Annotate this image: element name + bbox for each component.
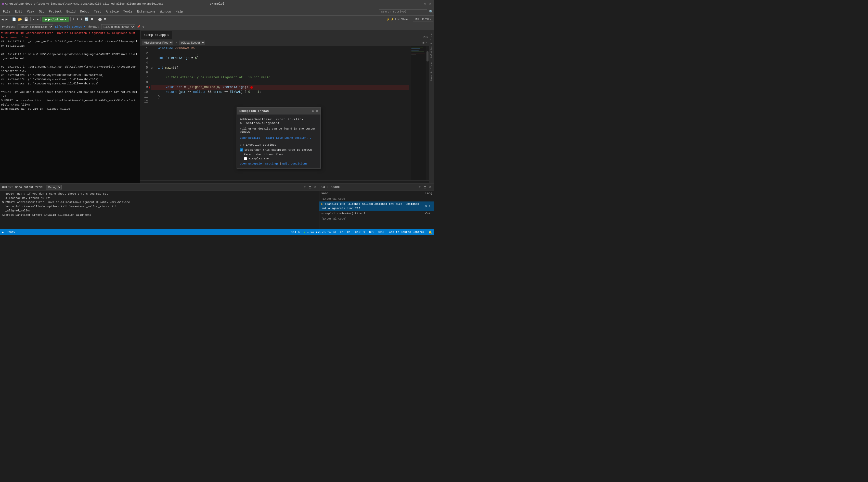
example1-exe-checkbox[interactable] — [244, 157, 247, 160]
search-box[interactable]: Search (Ctrl+Q) — [379, 9, 427, 14]
exception-close-button[interactable]: ✕ — [316, 109, 318, 113]
menu-debug[interactable]: Debug — [78, 9, 91, 14]
issues-text: ⚠ No issues found — [307, 231, 336, 234]
call-stack-panel-header: Call Stack ▾ ⬒ ✕ — [319, 184, 434, 191]
output-panel-content[interactable]: ==59984==HINT: if you don't care about t… — [0, 191, 319, 229]
live-share-button[interactable]: ⚡ ⚡ Live Share — [384, 17, 411, 22]
menu-build[interactable]: Build — [64, 9, 78, 14]
terminal-line — [1, 48, 139, 52]
breakpoint-indicator — [149, 86, 150, 89]
settings-icon[interactable]: ⚙ — [143, 25, 144, 28]
editor-toolbar-split[interactable]: ⬒ — [423, 41, 425, 44]
output-source-select[interactable]: Debug — [45, 185, 62, 189]
process-select[interactable]: [50984] example1.exe — [18, 24, 53, 29]
maximize-button[interactable]: □ — [423, 2, 427, 6]
team-explorer-sidebar[interactable]: Team Explorer — [430, 60, 434, 82]
code-line-9: void* ptr = _aligned_malloc(8,ExternalAl… — [151, 85, 409, 90]
call-stack-content[interactable]: Name Lang [External Code] ▶ example1.exe… — [319, 191, 434, 229]
menu-help[interactable]: Help — [174, 9, 185, 14]
call-stack-close-button[interactable]: ✕ — [428, 185, 432, 189]
row-lang: C++ — [424, 202, 434, 211]
scrollbar-thumb[interactable] — [427, 51, 429, 61]
zoom-level[interactable]: 111 % — [291, 231, 300, 234]
vertical-scrollbar[interactable] — [426, 46, 429, 180]
terminal-panel[interactable]: =59984==ERROR: AddressSanitizer: invalid… — [0, 30, 140, 183]
toolbar-undo[interactable]: ↩ — [32, 17, 35, 22]
menu-git[interactable]: Git — [37, 9, 46, 14]
menu-extensions[interactable]: Extensions — [135, 9, 158, 14]
menu-test[interactable]: Test — [92, 9, 103, 14]
table-row[interactable]: example1.exe!main() Line 9 C++ — [319, 211, 434, 216]
table-row[interactable]: [External Code] — [319, 196, 434, 202]
menu-file[interactable]: File — [1, 9, 12, 14]
search-icon[interactable]: 🔍 — [429, 10, 433, 14]
show-output-from-label: Show output from: — [15, 186, 43, 189]
menu-project[interactable]: Project — [47, 9, 64, 14]
exception-pin-button[interactable]: ⊞ — [312, 109, 314, 113]
output-minimize-button[interactable]: ▾ — [303, 185, 307, 189]
bottom-panels: Output Show output from: Debug ▾ ⬒ ✕ ==5… — [0, 183, 434, 229]
menu-analyze[interactable]: Analyze — [104, 9, 121, 14]
pin-icon[interactable]: 📌 — [137, 25, 141, 28]
code-line-6 — [151, 70, 409, 75]
code-area: 1 2 3 4 5 6 7 8 9 10 11 12 #include <Win… — [140, 46, 429, 180]
menu-tools[interactable]: Tools — [121, 9, 134, 14]
continue-dropdown-icon[interactable]: ▾ — [65, 18, 66, 21]
continue-button[interactable]: ▶ ▶ Continue ▾ — [42, 17, 69, 22]
editor-close-icon[interactable]: ✕ — [426, 35, 428, 39]
menu-window[interactable]: Window — [158, 9, 173, 14]
sep1 — [10, 17, 10, 22]
sep4 — [70, 17, 71, 22]
menu-view[interactable]: View — [25, 9, 36, 14]
tab-example1-cpp[interactable]: example1.cpp ✕ — [141, 31, 172, 39]
break-when-thrown-checkbox[interactable] — [240, 148, 243, 151]
toolbar-open[interactable]: 📂 — [18, 17, 23, 22]
breadcrumb-files-select[interactable]: Miscellaneous Files — [142, 40, 173, 44]
row-name: [External Code] — [319, 196, 424, 202]
debug-stop[interactable]: ⏹ — [90, 17, 94, 21]
editor-split-icon[interactable]: ⬒ — [424, 35, 426, 39]
terminal-line: #3 0x752bfa28 (C:\WINDOWS\System32\KERNE… — [1, 73, 139, 78]
open-exception-settings-link[interactable]: Open Exception Settings — [240, 162, 279, 165]
solution-explorer-sidebar[interactable]: Solution Explorer — [430, 31, 434, 59]
call-stack-float-button[interactable]: ⬒ — [423, 185, 427, 189]
breadcrumb-scope-select[interactable]: (Global Scope) — [179, 40, 205, 44]
output-close-button[interactable]: ✕ — [313, 185, 317, 189]
int-preview-button[interactable]: INT PREVIEW — [413, 17, 433, 22]
call-stack-minimize-button[interactable]: ▾ — [418, 185, 422, 189]
toolbar-redo[interactable]: ↪ — [36, 17, 39, 22]
toolbar-nav-fwd[interactable]: ▶ — [5, 17, 8, 22]
exception-settings-header[interactable]: ▴ ▴ Exception Settings — [240, 143, 317, 146]
tab-close-button[interactable]: ✕ — [167, 33, 169, 37]
debug-breakpoints[interactable]: ⬤ — [98, 17, 102, 22]
add-source-control-label[interactable]: Add to Source Control — [389, 231, 425, 234]
live-share-icon: ⚡ — [386, 18, 390, 21]
table-row[interactable]: [External Code] — [319, 216, 434, 221]
menu-edit[interactable]: Edit — [13, 9, 25, 14]
thread-select[interactable]: [11204] Main Thread — [101, 24, 135, 29]
exception-header: Exception Thrown ⊞ ✕ — [237, 108, 320, 115]
lifecycle-events-button[interactable]: Lifecycle Events ▾ — [55, 25, 85, 28]
toolbar-save[interactable]: 💾 — [24, 17, 29, 22]
status-ready-icon: ▶ — [2, 231, 4, 234]
debug-step-over[interactable]: ⤵ — [72, 17, 75, 21]
live-share-session-link[interactable]: Start Live Share session... — [266, 137, 311, 140]
table-row[interactable]: ▶ example1.exe!_aligned_malloc(unsigned … — [319, 202, 434, 211]
debug-step-into[interactable]: ⬇ — [76, 17, 79, 22]
debug-restart[interactable]: 🔄 — [84, 17, 89, 22]
notification-icon[interactable]: 🔔 — [429, 231, 432, 234]
terminal-line: #4 0x774475f3 (C:\WINDOWS\System32\ntdll… — [1, 78, 139, 82]
copy-details-link[interactable]: Copy Details — [240, 137, 260, 140]
debug-more[interactable]: ≡ — [103, 17, 106, 21]
output-float-button[interactable]: ⬒ — [308, 185, 312, 189]
terminal-line — [1, 61, 139, 65]
toolbar-new-project[interactable]: 📄 — [11, 17, 17, 22]
horizontal-scrollbar[interactable] — [140, 180, 429, 183]
close-button[interactable]: ✕ — [429, 2, 432, 6]
editor-toolbar-close[interactable]: ✕ — [425, 41, 427, 44]
sep5 — [96, 17, 96, 22]
edit-conditions-link[interactable]: Edit Conditions — [282, 162, 307, 165]
toolbar-nav-back[interactable]: ◀ — [1, 17, 4, 22]
debug-step-out[interactable]: ⬆ — [80, 17, 83, 22]
minimize-button[interactable]: – — [417, 2, 421, 6]
